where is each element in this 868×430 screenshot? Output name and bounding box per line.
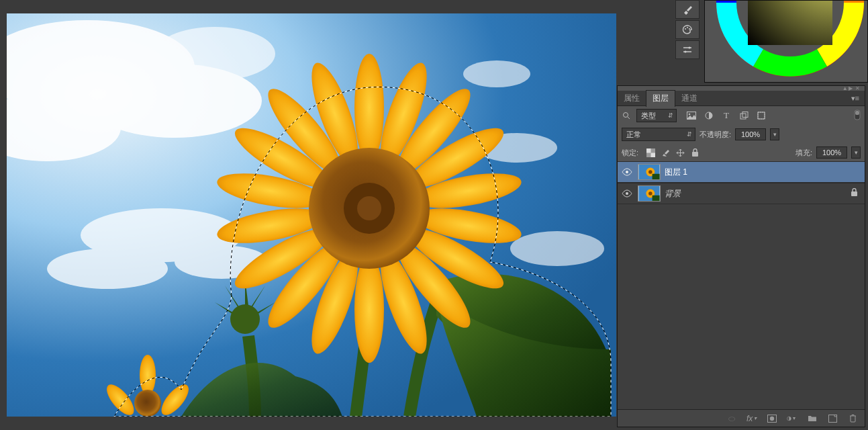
layer-name: 图层 1	[665, 167, 687, 178]
layer-fx-icon[interactable]: fx▾	[746, 413, 757, 424]
search-icon	[622, 111, 631, 120]
svg-rect-60	[646, 148, 651, 153]
svg-point-43	[685, 51, 687, 53]
fill-dropdown-icon[interactable]: ▾	[851, 146, 861, 159]
svg-point-63	[626, 171, 628, 173]
svg-line-49	[628, 117, 630, 119]
svg-rect-54	[742, 112, 748, 118]
visibility-toggle-icon[interactable]	[620, 165, 634, 179]
filter-type-icon[interactable]: T	[721, 110, 732, 121]
tab-channels[interactable]: 通道	[675, 91, 704, 107]
svg-point-40	[687, 27, 688, 28]
adjust-tool-icon[interactable]	[675, 40, 700, 59]
lock-fill-row: 锁定: 填充: 100% ▾	[618, 144, 865, 161]
layers-panel: ▲▶ ✕ 属性 图层 通道 ▾≡ 类型 ⇵ T 正常 ⇵ 不透明	[617, 85, 865, 427]
svg-point-41	[689, 28, 690, 30]
svg-rect-53	[740, 114, 746, 119]
filter-kind-label: 类型	[641, 111, 656, 121]
opacity-value[interactable]: 100%	[735, 128, 766, 140]
svg-rect-72	[653, 196, 660, 201]
delete-layer-icon[interactable]	[847, 413, 858, 424]
svg-rect-58	[855, 111, 859, 115]
svg-point-51	[689, 114, 691, 116]
filter-pixel-icon[interactable]	[686, 110, 697, 121]
svg-point-42	[689, 47, 691, 49]
opacity-dropdown-icon[interactable]: ▾	[770, 128, 779, 140]
svg-point-48	[624, 113, 628, 118]
lock-transparent-icon[interactable]	[645, 147, 656, 158]
svg-point-38	[357, 196, 381, 220]
filter-adjust-icon[interactable]	[704, 110, 714, 121]
svg-point-12	[140, 355, 156, 395]
svg-rect-77	[828, 415, 836, 422]
svg-point-39	[685, 28, 686, 30]
filter-toggle-icon[interactable]	[854, 110, 861, 122]
layer-filter-row: 类型 ⇵ T	[618, 106, 865, 125]
lock-position-icon[interactable]	[675, 147, 685, 158]
svg-point-11	[230, 304, 260, 334]
fill-label: 填充:	[795, 148, 812, 158]
svg-point-66	[648, 170, 653, 174]
new-adjustment-icon[interactable]: ▾	[787, 413, 798, 424]
blend-mode-select[interactable]: 正常 ⇵	[622, 128, 695, 141]
layer-row[interactable]: 图层 1	[618, 161, 865, 183]
svg-point-27	[354, 255, 384, 363]
svg-point-71	[648, 191, 653, 196]
svg-rect-56	[758, 112, 765, 119]
svg-point-10	[463, 60, 530, 87]
svg-rect-62	[692, 152, 698, 157]
svg-rect-55	[758, 112, 765, 119]
filter-shape-icon[interactable]	[738, 110, 749, 121]
tab-properties[interactable]: 属性	[618, 91, 646, 107]
layers-list: 图层 1 背景	[618, 161, 865, 409]
chevron-updown-icon: ⇵	[687, 131, 692, 138]
palette-tool-icon[interactable]	[675, 20, 700, 39]
filter-kind-select[interactable]: 类型 ⇵	[636, 109, 677, 122]
layers-panel-footer: ⬭ fx▾ ▾	[618, 409, 865, 427]
svg-point-75	[770, 416, 774, 420]
svg-point-18	[354, 54, 384, 161]
layer-thumbnail	[638, 185, 661, 202]
lock-icon	[851, 188, 858, 199]
panel-menu-icon[interactable]: ▾≡	[846, 94, 865, 103]
visibility-toggle-icon[interactable]	[620, 187, 634, 200]
svg-point-4	[154, 27, 275, 81]
svg-rect-46	[748, 0, 832, 45]
new-group-icon[interactable]	[807, 413, 818, 424]
opacity-label: 不透明度:	[700, 130, 731, 140]
add-mask-icon[interactable]	[767, 413, 777, 424]
svg-point-6	[47, 249, 168, 289]
lock-paint-icon[interactable]	[660, 147, 671, 158]
svg-rect-73	[851, 191, 857, 196]
blend-mode-value: 正常	[626, 130, 641, 140]
document-canvas[interactable]	[7, 13, 616, 417]
svg-point-17	[134, 390, 161, 417]
svg-rect-67	[653, 174, 660, 179]
panel-tabs: 属性 图层 通道 ▾≡	[618, 91, 865, 106]
fill-value[interactable]: 100%	[816, 146, 847, 159]
filter-smart-icon[interactable]	[756, 110, 767, 121]
svg-point-9	[510, 231, 604, 266]
lock-all-icon[interactable]	[689, 147, 700, 158]
layer-thumbnail	[638, 164, 661, 180]
svg-point-68	[626, 192, 628, 195]
layer-name: 背景	[665, 188, 681, 200]
chevron-updown-icon: ⇵	[668, 112, 673, 119]
lock-label: 锁定:	[622, 148, 638, 158]
svg-rect-61	[650, 153, 655, 157]
layer-row[interactable]: 背景	[618, 183, 865, 204]
color-picker-panel[interactable]	[704, 0, 868, 83]
tab-layers[interactable]: 图层	[646, 90, 675, 107]
link-layers-icon[interactable]: ⬭	[726, 413, 737, 424]
blend-opacity-row: 正常 ⇵ 不透明度: 100% ▾	[618, 125, 865, 144]
collapsed-tool-strip	[675, 0, 700, 59]
new-layer-icon[interactable]	[827, 413, 838, 424]
brush-tool-icon[interactable]	[675, 0, 700, 19]
